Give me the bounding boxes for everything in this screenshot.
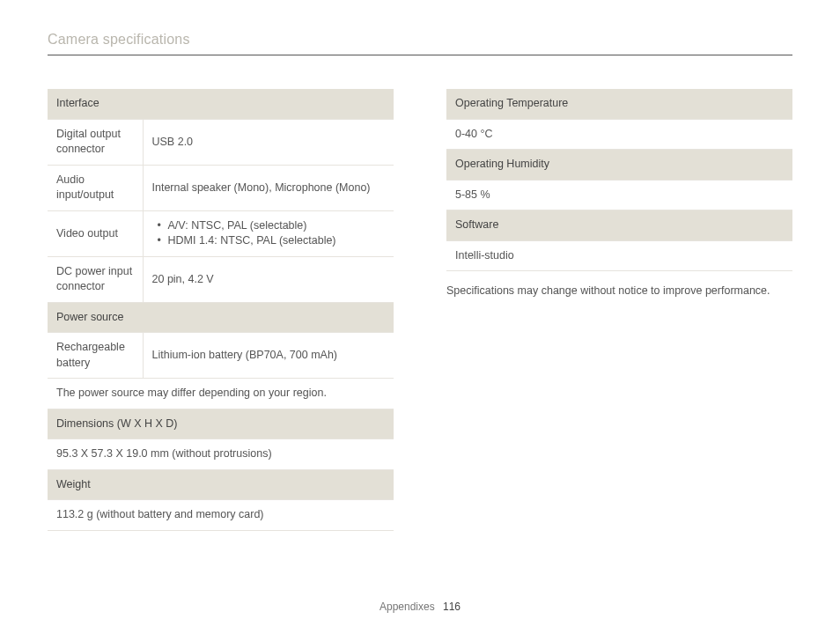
table-row: 5-85 % bbox=[446, 180, 792, 210]
table-row: The power source may differ depending on… bbox=[48, 379, 394, 409]
page-footer: Appendixes 116 bbox=[0, 600, 840, 615]
section-header: Weight bbox=[48, 469, 394, 500]
left-table-body: InterfaceDigital output connectorUSB 2.0… bbox=[48, 89, 394, 530]
left-spec-table: InterfaceDigital output connectorUSB 2.0… bbox=[48, 89, 394, 531]
spec-value: 0-40 °C bbox=[446, 119, 792, 150]
section-header: Power source bbox=[48, 302, 394, 333]
spec-change-note: Specifications may change without notice… bbox=[446, 284, 792, 299]
section-header: Operating Temperature bbox=[446, 89, 792, 119]
spec-value: 5-85 % bbox=[446, 180, 792, 210]
table-row: Digital output connectorUSB 2.0 bbox=[48, 119, 394, 165]
table-row: 113.2 g (without battery and memory card… bbox=[48, 500, 394, 531]
spec-value: The power source may differ depending on… bbox=[48, 379, 394, 409]
section-header: Dimensions (W X H X D) bbox=[48, 409, 394, 439]
list-item: A/V: NTSC, PAL (selectable) bbox=[156, 218, 386, 234]
right-column: Operating Temperature0-40 °COperating Hu… bbox=[446, 89, 792, 531]
right-table-body: Operating Temperature0-40 °COperating Hu… bbox=[446, 89, 792, 271]
footer-page-number: 116 bbox=[443, 601, 461, 613]
spec-label: Rechargeable battery bbox=[48, 333, 143, 379]
spec-value: Internal speaker (Mono), Microphone (Mon… bbox=[143, 165, 394, 210]
table-row: 0-40 °C bbox=[446, 119, 792, 150]
footer-section: Appendixes bbox=[379, 601, 435, 613]
content-columns: InterfaceDigital output connectorUSB 2.0… bbox=[48, 89, 792, 531]
spec-value: 95.3 X 57.3 X 19.0 mm (without protrusio… bbox=[48, 439, 394, 470]
spec-label: Digital output connector bbox=[48, 119, 143, 165]
right-spec-table: Operating Temperature0-40 °COperating Hu… bbox=[446, 89, 792, 271]
left-column: InterfaceDigital output connectorUSB 2.0… bbox=[48, 89, 394, 531]
spec-label: Audio input/output bbox=[48, 165, 143, 210]
spec-label: Video output bbox=[48, 210, 143, 256]
table-row: Video outputA/V: NTSC, PAL (selectable)H… bbox=[48, 210, 394, 256]
table-row: DC power input connector20 pin, 4.2 V bbox=[48, 256, 394, 302]
spec-value: USB 2.0 bbox=[143, 119, 394, 165]
spec-value: 113.2 g (without battery and memory card… bbox=[48, 500, 394, 531]
page-title: Camera specifications bbox=[48, 30, 792, 55]
table-row: 95.3 X 57.3 X 19.0 mm (without protrusio… bbox=[48, 439, 394, 470]
spec-value: 20 pin, 4.2 V bbox=[143, 256, 394, 302]
table-row: Audio input/outputInternal speaker (Mono… bbox=[48, 165, 394, 210]
spec-value: Intelli-studio bbox=[446, 240, 792, 271]
section-header: Software bbox=[446, 210, 792, 241]
list-item: HDMI 1.4: NTSC, PAL (selectable) bbox=[156, 233, 386, 249]
table-row: Intelli-studio bbox=[446, 240, 792, 271]
spec-value: A/V: NTSC, PAL (selectable)HDMI 1.4: NTS… bbox=[143, 210, 394, 256]
section-header: Operating Humidity bbox=[446, 150, 792, 181]
spec-label: DC power input connector bbox=[48, 256, 143, 302]
table-row: Rechargeable batteryLithium-ion battery … bbox=[48, 333, 394, 379]
spec-value: Lithium-ion battery (BP70A, 700 mAh) bbox=[143, 333, 394, 379]
spec-value-list: A/V: NTSC, PAL (selectable)HDMI 1.4: NTS… bbox=[152, 218, 386, 249]
section-header: Interface bbox=[48, 89, 394, 119]
